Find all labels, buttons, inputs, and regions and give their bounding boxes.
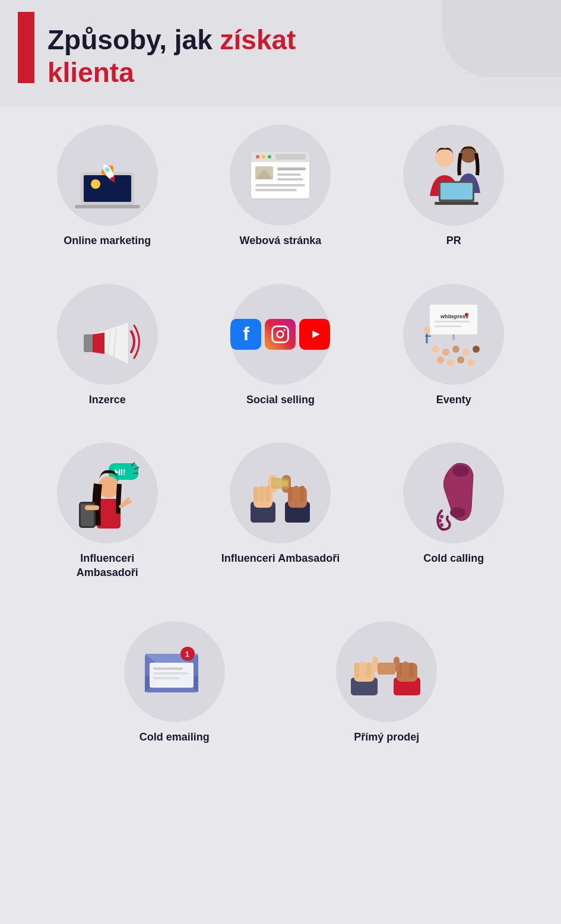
svg-point-86 xyxy=(440,523,443,527)
icon-reference xyxy=(230,442,331,543)
svg-rect-71 xyxy=(253,487,258,502)
row-3: HI! xyxy=(0,425,561,597)
card-inzerce: Inzerce xyxy=(36,284,179,407)
grid-row-4: 1 Cold emailing xyxy=(24,615,537,750)
social-icons-group: f xyxy=(230,319,330,350)
svg-point-50 xyxy=(457,356,464,363)
svg-point-44 xyxy=(442,349,449,356)
influenceri-svg: HI! xyxy=(66,454,149,531)
card-cold-calling: Cold calling xyxy=(382,442,525,580)
svg-point-48 xyxy=(437,356,444,363)
eventy-svg: whitepress xyxy=(412,296,495,373)
svg-point-14 xyxy=(262,155,265,159)
svg-rect-100 xyxy=(360,662,365,678)
icon-online-marketing xyxy=(57,125,158,226)
title-red2: klienta xyxy=(47,57,134,88)
svg-point-47 xyxy=(473,346,480,353)
label-webova-stranka: Webová stránka xyxy=(240,234,322,248)
reference-svg xyxy=(239,454,322,531)
svg-rect-93 xyxy=(153,672,189,675)
svg-point-15 xyxy=(268,155,271,159)
svg-rect-106 xyxy=(403,662,408,678)
svg-text:whitepress: whitepress xyxy=(440,314,468,319)
card-influenceri: HI! xyxy=(36,442,179,580)
svg-rect-107 xyxy=(409,663,414,678)
svg-point-85 xyxy=(438,519,442,523)
svg-rect-101 xyxy=(366,663,371,678)
svg-rect-77 xyxy=(288,487,293,502)
primy-prodej-svg xyxy=(345,633,428,710)
svg-point-43 xyxy=(432,346,439,353)
svg-point-84 xyxy=(440,515,443,518)
svg-rect-9 xyxy=(75,205,140,208)
svg-rect-19 xyxy=(277,167,306,170)
svg-rect-40 xyxy=(435,321,470,322)
grid-row-3: HI! xyxy=(24,442,537,580)
svg-rect-79 xyxy=(300,486,305,502)
grid-row-2: Inzerce f xyxy=(24,284,537,407)
svg-rect-23 xyxy=(255,189,297,191)
facebook-icon: f xyxy=(230,319,261,350)
icon-pr xyxy=(403,125,504,226)
cold-calling-svg xyxy=(412,454,495,531)
svg-rect-72 xyxy=(259,486,264,502)
svg-point-45 xyxy=(452,346,459,353)
card-cold-emailing: 1 Cold emailing xyxy=(103,621,246,744)
svg-rect-16 xyxy=(275,154,305,160)
title-red1: získat xyxy=(220,24,296,55)
card-eventy: whitepress xyxy=(382,284,525,407)
card-pr: PR xyxy=(382,125,525,248)
title-black: Způsoby, jak xyxy=(47,24,220,55)
icon-cold-emailing: 1 xyxy=(124,621,225,722)
svg-point-46 xyxy=(462,349,470,356)
youtube-icon xyxy=(299,319,330,350)
inzerce-svg xyxy=(66,296,149,373)
svg-rect-20 xyxy=(277,173,301,176)
svg-point-52 xyxy=(423,327,430,334)
label-cold-emailing: Cold emailing xyxy=(140,730,210,744)
svg-rect-32 xyxy=(272,326,289,342)
icon-webova-stranka xyxy=(230,125,331,226)
svg-point-83 xyxy=(450,507,465,518)
page-title: Způsoby, jak získat klienta xyxy=(47,24,525,89)
svg-rect-37 xyxy=(430,305,477,334)
label-social-selling: Social selling xyxy=(246,393,315,407)
pr-svg xyxy=(412,137,495,214)
row-2: Inzerce f xyxy=(0,266,561,425)
svg-rect-41 xyxy=(435,325,461,327)
icon-social-selling: f xyxy=(230,284,331,385)
icon-cold-calling xyxy=(403,442,504,543)
cold-emailing-svg: 1 xyxy=(133,633,216,710)
svg-point-33 xyxy=(277,331,284,337)
card-online-marketing: Online marketing xyxy=(36,125,179,248)
svg-rect-27 xyxy=(440,183,473,200)
svg-rect-102 xyxy=(372,657,378,672)
icon-eventy: whitepress xyxy=(403,284,504,385)
svg-rect-94 xyxy=(153,677,180,679)
label-inzerce: Inzerce xyxy=(89,393,126,407)
svg-point-34 xyxy=(284,329,286,331)
svg-point-51 xyxy=(467,359,474,366)
svg-rect-81 xyxy=(272,480,288,486)
icon-inzerce xyxy=(57,284,158,385)
label-pr: PR xyxy=(446,234,461,248)
svg-point-82 xyxy=(452,465,469,477)
icon-primy-prodej xyxy=(336,621,437,722)
svg-rect-73 xyxy=(265,486,270,502)
online-marketing-svg xyxy=(66,137,149,214)
instagram-icon xyxy=(265,319,296,350)
svg-rect-29 xyxy=(84,334,93,352)
card-reference: Influenceri Ambasadoři xyxy=(209,442,351,580)
svg-rect-99 xyxy=(354,663,359,678)
svg-point-3 xyxy=(91,179,100,189)
svg-point-49 xyxy=(447,359,454,366)
grid-row-1: Online marketing xyxy=(24,125,537,248)
svg-marker-35 xyxy=(313,331,321,338)
svg-rect-21 xyxy=(277,178,303,181)
label-eventy: Eventy xyxy=(436,393,471,407)
card-primy-prodej: Přímý prodej xyxy=(315,621,458,744)
icon-influenceri: HI! xyxy=(57,442,158,543)
svg-point-13 xyxy=(256,155,259,159)
svg-rect-22 xyxy=(255,184,305,186)
youtube-svg xyxy=(306,325,324,343)
